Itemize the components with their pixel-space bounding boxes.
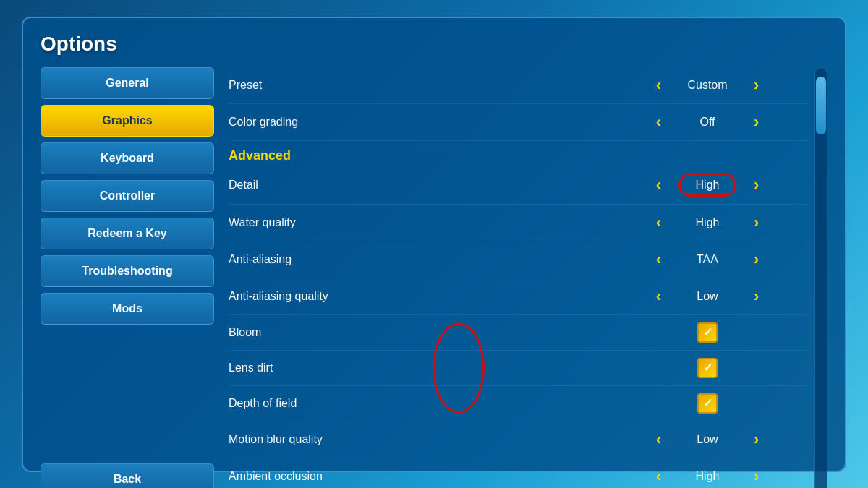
sidebar-item-mods[interactable]: Mods: [41, 293, 214, 325]
preset-control: ‹ Custom ›: [606, 74, 809, 96]
lens-dirt-label: Lens dirt: [229, 361, 606, 374]
water-quality-label: Water quality: [229, 216, 606, 229]
aa-quality-value: Low: [678, 290, 736, 303]
anti-aliasing-row: Anti-aliasing ‹ TAA ›: [229, 241, 809, 278]
preset-row: Preset ‹ Custom ›: [229, 67, 809, 104]
anti-aliasing-value: TAA: [678, 253, 736, 266]
ambient-occlusion-value: High: [678, 470, 736, 483]
sidebar-item-keyboard[interactable]: Keyboard: [41, 142, 214, 174]
motion-blur-row: Motion blur quality ‹ Low ›: [229, 421, 809, 458]
sidebar-item-redeem[interactable]: Redeem a Key: [41, 218, 214, 249]
anti-aliasing-right-btn[interactable]: ›: [748, 249, 765, 270]
sidebar-item-general[interactable]: General: [41, 67, 214, 99]
aa-quality-label: Anti-aliasing quality: [229, 290, 606, 303]
lens-dirt-checkbox[interactable]: [697, 358, 718, 378]
water-quality-row: Water quality ‹ High ›: [229, 205, 809, 241]
detail-left-btn[interactable]: ‹: [650, 174, 667, 196]
water-quality-control: ‹ High ›: [606, 212, 809, 234]
ambient-occlusion-row: Ambient occlusion ‹ High ›: [229, 458, 809, 489]
anti-aliasing-control: ‹ TAA ›: [606, 249, 809, 270]
depth-of-field-row: Depth of field: [229, 386, 809, 421]
color-grading-left-btn[interactable]: ‹: [650, 111, 667, 133]
scrollbar-track[interactable]: [814, 67, 827, 489]
detail-label: Detail: [229, 179, 606, 192]
detail-row: Detail ‹ High ›: [229, 166, 809, 205]
detail-control: ‹ High ›: [606, 174, 809, 197]
scrollbar-thumb[interactable]: [816, 77, 826, 134]
sidebar-item-troubleshooting[interactable]: Troubleshooting: [41, 255, 214, 287]
back-button[interactable]: Back: [41, 463, 214, 489]
sidebar-nav: General Graphics Keyboard Controller Red…: [41, 67, 214, 325]
anti-aliasing-label: Anti-aliasing: [229, 253, 606, 266]
ambient-occlusion-label: Ambient occlusion: [229, 470, 606, 483]
settings-panel: Preset ‹ Custom › Color grading ‹ Off ›: [229, 67, 809, 489]
bloom-label: Bloom: [229, 326, 606, 339]
depth-of-field-checkbox[interactable]: [697, 393, 718, 414]
color-grading-value: Off: [678, 116, 736, 129]
bloom-checkbox-control: [606, 322, 809, 343]
advanced-section-label: Advanced: [229, 141, 809, 166]
options-body: General Graphics Keyboard Controller Red…: [41, 67, 827, 489]
aa-quality-left-btn[interactable]: ‹: [650, 286, 667, 307]
motion-blur-control: ‹ Low ›: [606, 429, 809, 450]
main-content: Preset ‹ Custom › Color grading ‹ Off ›: [229, 67, 827, 489]
ambient-occlusion-right-btn[interactable]: ›: [748, 466, 765, 487]
aa-quality-control: ‹ Low ›: [606, 286, 809, 307]
motion-blur-left-btn[interactable]: ‹: [650, 429, 667, 450]
color-grading-control: ‹ Off ›: [606, 111, 809, 133]
lens-dirt-row: Lens dirt: [229, 351, 809, 386]
color-grading-row: Color grading ‹ Off ›: [229, 104, 809, 141]
sidebar-item-controller[interactable]: Controller: [41, 180, 214, 212]
options-title: Options: [41, 33, 827, 56]
depth-of-field-checkbox-control: [606, 393, 809, 414]
water-quality-value: High: [678, 216, 736, 229]
ambient-occlusion-left-btn[interactable]: ‹: [650, 466, 667, 487]
options-container: Options General Graphics Keyboard Contro…: [22, 17, 846, 472]
anti-aliasing-left-btn[interactable]: ‹: [650, 249, 667, 270]
lens-dirt-checkbox-control: [606, 358, 809, 378]
ambient-occlusion-control: ‹ High ›: [606, 466, 809, 487]
color-grading-right-btn[interactable]: ›: [748, 111, 765, 133]
aa-quality-row: Anti-aliasing quality ‹ Low ›: [229, 278, 809, 315]
aa-quality-right-btn[interactable]: ›: [748, 286, 765, 307]
water-quality-right-btn[interactable]: ›: [748, 212, 765, 234]
preset-right-btn[interactable]: ›: [748, 74, 765, 96]
bloom-checkbox[interactable]: [697, 322, 718, 343]
checkboxes-section: Bloom Lens dirt Depth of f: [229, 315, 809, 421]
preset-left-btn[interactable]: ‹: [650, 74, 667, 96]
sidebar-item-graphics[interactable]: Graphics: [41, 105, 214, 137]
motion-blur-label: Motion blur quality: [229, 433, 606, 446]
preset-value: Custom: [678, 79, 736, 92]
sidebar: General Graphics Keyboard Controller Red…: [41, 67, 214, 489]
motion-blur-right-btn[interactable]: ›: [748, 429, 765, 450]
bloom-row: Bloom: [229, 315, 809, 351]
motion-blur-value: Low: [678, 433, 736, 446]
color-grading-label: Color grading: [229, 116, 606, 129]
detail-value: High: [678, 174, 736, 197]
depth-of-field-label: Depth of field: [229, 397, 606, 410]
detail-right-btn[interactable]: ›: [748, 174, 765, 196]
water-quality-left-btn[interactable]: ‹: [650, 212, 667, 234]
preset-label: Preset: [229, 79, 606, 92]
